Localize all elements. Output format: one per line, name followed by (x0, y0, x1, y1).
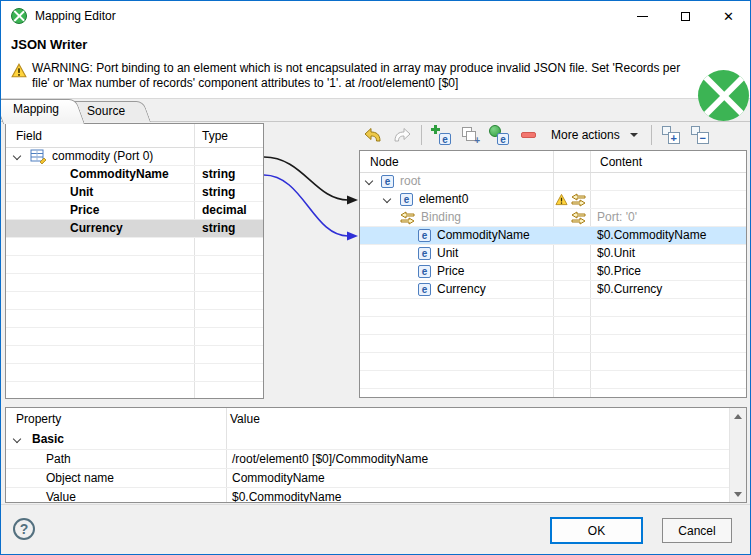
tree-row[interactable]: Price $0.Price (360, 263, 746, 281)
close-button[interactable]: ✕ (707, 1, 750, 31)
minimize-button[interactable] (621, 1, 664, 31)
empty-row (360, 371, 746, 389)
expand-all-button[interactable] (661, 125, 681, 145)
maximize-button[interactable] (664, 1, 707, 31)
property-column-header: Property (16, 412, 61, 426)
node-tree-table: Node Content root element0 (359, 150, 747, 398)
node-content: $0.CommodityName (597, 227, 706, 244)
tree-row-binding[interactable]: Binding Port: '0' (360, 209, 746, 227)
arrow-up-icon (734, 414, 742, 419)
element-icon (418, 247, 431, 260)
field-row[interactable]: Price decimal (6, 202, 263, 220)
field-table-header: Field Type (6, 124, 263, 148)
field-row[interactable]: Unit string (6, 184, 263, 202)
chevron-down-icon[interactable] (13, 152, 21, 160)
scroll-down-button[interactable] (730, 486, 746, 502)
property-row[interactable]: Path /root/element0 [$0]/CommodityName (6, 449, 746, 468)
group-label: Basic (32, 430, 64, 448)
property-group-basic[interactable]: Basic (6, 430, 746, 449)
record-label: commodity (Port 0) (52, 148, 153, 165)
field-type: decimal (202, 202, 247, 219)
field-name: Unit (70, 184, 93, 201)
button-bar: OK Cancel (1, 504, 750, 554)
empty-row (360, 353, 746, 371)
more-actions-button[interactable]: More actions (547, 125, 642, 145)
chevron-down-icon[interactable] (13, 435, 21, 443)
empty-row (6, 274, 263, 292)
empty-row (360, 317, 746, 335)
node-label: CommodityName (437, 227, 530, 244)
element-icon (497, 133, 509, 145)
binding-icon (400, 211, 415, 225)
chevron-down-icon[interactable] (365, 177, 373, 185)
remove-button[interactable] (518, 125, 538, 145)
node-column-header: Node (370, 155, 399, 169)
property-row[interactable]: Value $0.CommodityName (6, 487, 746, 503)
tree-row[interactable]: Unit $0.Unit (360, 245, 746, 263)
remove-icon (521, 132, 536, 138)
chevron-down-icon[interactable] (383, 195, 391, 203)
empty-row (360, 335, 746, 353)
node-table-header: Node Content (360, 151, 746, 173)
property-name: Path (46, 450, 71, 468)
element-icon (400, 193, 413, 206)
field-name: Price (70, 202, 99, 219)
field-table: Field Type commodity (Port 0) CommodityN… (5, 123, 264, 399)
undo-icon (364, 127, 382, 143)
scroll-up-button[interactable] (730, 408, 746, 424)
node-label: root (400, 173, 421, 190)
record-root-row[interactable]: commodity (Port 0) (6, 148, 263, 166)
more-actions-label: More actions (551, 128, 620, 142)
empty-row (6, 292, 263, 310)
tree-row-element0[interactable]: element0 (360, 191, 746, 209)
ok-button[interactable]: OK (550, 517, 643, 544)
cancel-button[interactable]: Cancel (662, 518, 732, 543)
binding-icon (571, 193, 586, 207)
tab-source[interactable]: Source (77, 101, 151, 122)
collapse-all-button[interactable] (690, 125, 710, 145)
mapping-arrows (263, 141, 360, 251)
minimize-icon (637, 16, 648, 17)
vertical-scrollbar[interactable] (729, 408, 746, 502)
mapping-editor-dialog: Mapping Editor ✕ JSON Writer WARNING: Po… (0, 0, 751, 555)
property-name: Object name (46, 469, 114, 487)
help-button[interactable] (13, 518, 35, 540)
empty-row (360, 299, 746, 317)
empty-row (6, 310, 263, 328)
tree-row-selected[interactable]: CommodityName $0.CommodityName (360, 227, 746, 245)
property-value: /root/element0 [$0]/CommodityName (232, 450, 428, 468)
field-row-selected[interactable]: Currency string (6, 220, 263, 238)
node-content: $0.Unit (597, 245, 635, 262)
binding-icon (571, 211, 586, 225)
tree-row-root[interactable]: root (360, 173, 746, 191)
property-panel-header: Property Value (6, 408, 746, 430)
property-value: CommodityName (232, 469, 325, 487)
field-row[interactable]: CommodityName string (6, 166, 263, 184)
tab-mapping[interactable]: Mapping (3, 99, 85, 122)
warning-icon (555, 193, 568, 206)
add-element-button[interactable] (431, 125, 451, 145)
value-column-header: Value (230, 412, 260, 426)
add-wildcard-element-button[interactable] (489, 125, 509, 145)
tree-row[interactable]: Currency $0.Currency (360, 281, 746, 299)
mapping-toolbar: More actions (363, 122, 710, 148)
element-icon (418, 283, 431, 296)
node-label: Unit (437, 245, 458, 262)
node-label: element0 (419, 191, 468, 208)
property-panel: Property Value Basic Path /root/element0… (5, 407, 747, 503)
empty-row (6, 364, 263, 382)
undo-button[interactable] (363, 125, 383, 145)
field-type: string (202, 220, 235, 237)
chevron-down-icon (630, 133, 638, 137)
field-name: CommodityName (70, 166, 169, 183)
toolbar-separator (421, 125, 422, 145)
property-row[interactable]: Object name CommodityName (6, 468, 746, 487)
add-sibling-element-button[interactable] (460, 125, 480, 145)
field-type: string (202, 184, 235, 201)
node-label: Currency (437, 281, 486, 298)
empty-row (6, 256, 263, 274)
type-column-header: Type (202, 129, 228, 143)
redo-button[interactable] (392, 125, 412, 145)
node-content: $0.Price (597, 263, 641, 280)
empty-row (6, 346, 263, 364)
